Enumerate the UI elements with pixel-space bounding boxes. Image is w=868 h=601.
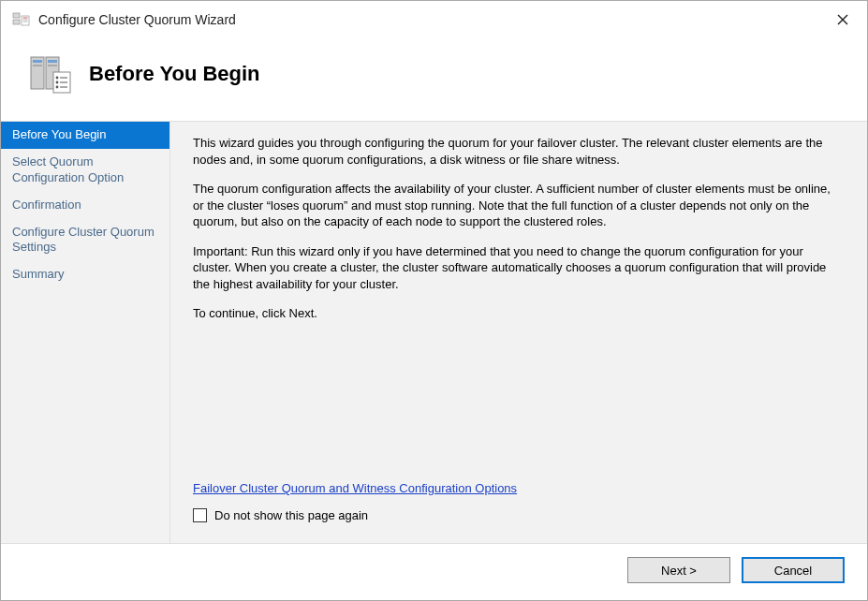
do-not-show-again-row: Do not show this page again — [193, 508, 845, 522]
sidebar-item-label: Select Quorum Configuration Option — [12, 154, 124, 184]
button-bar: Next > Cancel — [1, 544, 867, 600]
wizard-body: Before You Begin Select Quorum Configura… — [1, 121, 867, 544]
intro-paragraph-4: To continue, click Next. — [193, 305, 845, 322]
svg-point-19 — [56, 86, 59, 89]
sidebar-item-select-quorum-config[interactable]: Select Quorum Configuration Option — [1, 149, 169, 192]
cancel-button[interactable]: Cancel — [742, 557, 845, 583]
window-title: Configure Cluster Quorum Wizard — [38, 12, 236, 27]
svg-rect-11 — [48, 60, 57, 63]
svg-rect-1 — [13, 20, 20, 24]
svg-point-15 — [56, 77, 59, 80]
wizard-header-icon — [27, 51, 72, 96]
intro-paragraph-2: The quorum configuration affects the ava… — [193, 181, 845, 230]
close-button[interactable] — [830, 7, 856, 33]
svg-rect-13 — [48, 65, 57, 66]
app-icon — [12, 10, 31, 29]
do-not-show-again-checkbox[interactable] — [193, 508, 207, 522]
svg-rect-10 — [33, 60, 42, 63]
sidebar-item-label: Before You Begin — [12, 127, 106, 141]
sidebar-item-summary[interactable]: Summary — [1, 261, 169, 288]
wizard-sidebar: Before You Begin Select Quorum Configura… — [1, 122, 169, 543]
sidebar-item-label: Summary — [12, 267, 65, 281]
do-not-show-again-label: Do not show this page again — [214, 508, 368, 522]
wizard-content: This wizard guides you through configuri… — [169, 122, 867, 543]
svg-rect-0 — [13, 13, 20, 18]
sidebar-item-configure-quorum-settings[interactable]: Configure Cluster Quorum Settings — [1, 219, 169, 262]
wizard-window: Configure Cluster Quorum Wizard — [0, 0, 868, 601]
sidebar-item-label: Configure Cluster Quorum Settings — [12, 225, 154, 255]
help-link-quorum-witness-options[interactable]: Failover Cluster Quorum and Witness Conf… — [193, 481, 845, 495]
sidebar-item-confirmation[interactable]: Confirmation — [1, 192, 169, 219]
next-button[interactable]: Next > — [627, 557, 730, 583]
intro-paragraph-3: Important: Run this wizard only if you h… — [193, 243, 845, 293]
sidebar-item-label: Confirmation — [12, 198, 81, 212]
intro-paragraph-1: This wizard guides you through configuri… — [193, 135, 845, 168]
svg-rect-2 — [22, 16, 29, 25]
svg-rect-12 — [33, 65, 42, 66]
svg-point-17 — [56, 81, 59, 84]
wizard-header: Before You Begin — [1, 35, 867, 121]
page-title: Before You Begin — [89, 62, 260, 86]
sidebar-item-before-you-begin[interactable]: Before You Begin — [1, 122, 169, 149]
titlebar: Configure Cluster Quorum Wizard — [1, 1, 867, 35]
